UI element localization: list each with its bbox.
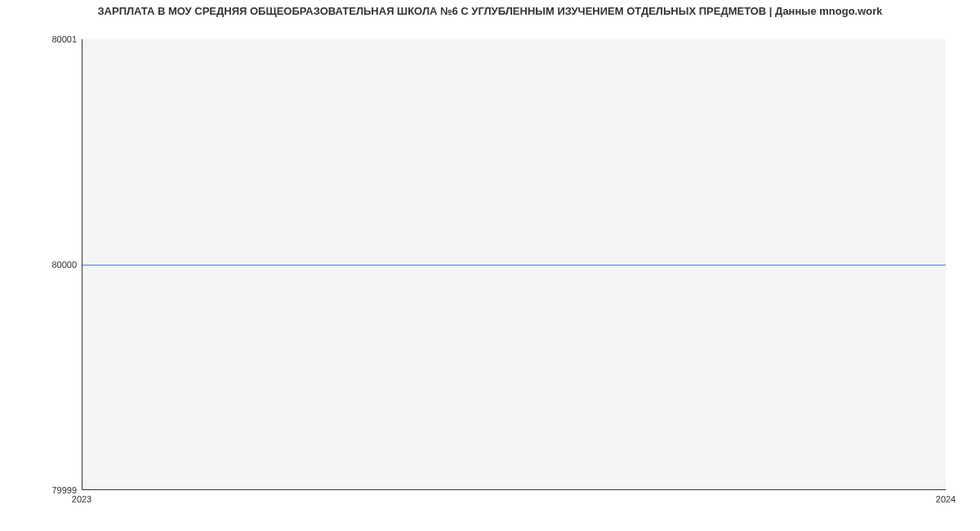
chart-title: ЗАРПЛАТА В МОУ СРЕДНЯЯ ОБЩЕОБРАЗОВАТЕЛЬН… <box>0 0 980 17</box>
x-tick-label: 2023 <box>72 494 91 504</box>
y-tick-label: 80000 <box>51 260 77 270</box>
data-series-line <box>82 265 946 266</box>
y-tick-label: 80001 <box>51 34 77 44</box>
x-tick-label: 2024 <box>936 494 956 504</box>
plot-area <box>82 39 946 490</box>
